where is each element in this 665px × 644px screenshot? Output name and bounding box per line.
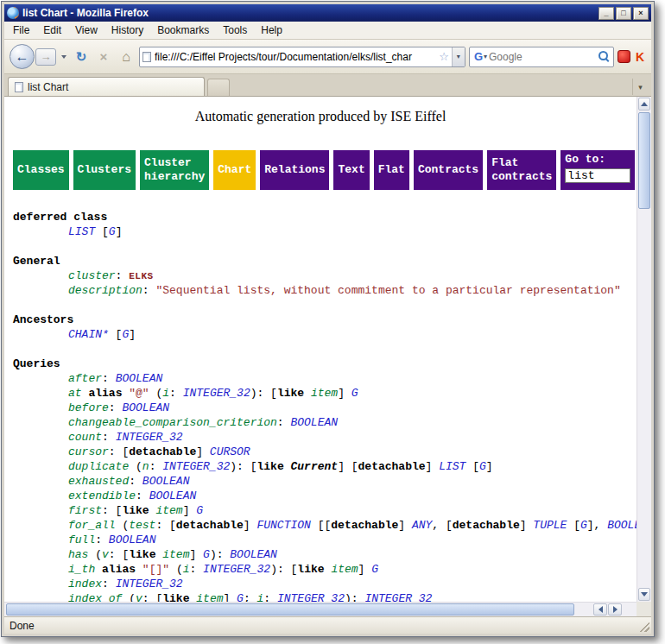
eiffel-nav-button[interactable]: Relations (260, 150, 329, 190)
code-line: deferred class (13, 211, 636, 225)
scroll-down-button[interactable] (638, 588, 650, 601)
browser-window: list Chart - Mozilla Firefox _ □ × File … (1, 1, 655, 637)
eiffel-nav-button[interactable]: Flat contracts (487, 150, 556, 190)
eiffel-nav-row: ClassesClustersCluster hierarchyChartRel… (13, 150, 633, 190)
eiffel-nav-button[interactable]: Clusters (73, 150, 136, 190)
eiffel-nav-button-label: Text (338, 163, 364, 177)
kaspersky-icon[interactable]: K (634, 50, 646, 64)
triangle-right-icon (613, 606, 618, 613)
code-line: index_of (v: [like item] G; i: INTEGER_3… (13, 592, 636, 602)
code-line: LIST [G] (13, 225, 636, 240)
code-line: index: INTEGER_32 (13, 578, 636, 592)
code-line: extendible: BOOLEAN (13, 489, 636, 504)
search-input[interactable] (489, 51, 598, 63)
menu-tools[interactable]: Tools (216, 22, 254, 39)
back-button[interactable]: ← (10, 44, 35, 69)
code-line (13, 240, 636, 255)
eiffel-nav-button[interactable]: Flat (374, 150, 409, 190)
menu-history[interactable]: History (104, 22, 150, 39)
page-viewport: Automatic generation produced by ISE Eif… (4, 97, 636, 602)
eiffel-nav-button-label: Contracts (418, 163, 478, 177)
menu-edit[interactable]: Edit (36, 22, 68, 39)
horizontal-scrollbar[interactable] (4, 602, 636, 616)
menu-help[interactable]: Help (254, 22, 289, 39)
tab-list-chart[interactable]: list Chart (8, 77, 205, 96)
scroll-right-button[interactable] (608, 603, 622, 616)
code-line: exhausted: BOOLEAN (13, 475, 636, 489)
horizontal-scroll-thumb[interactable] (6, 603, 574, 616)
eiffel-nav-button-label: Cluster hierarchy (144, 156, 205, 183)
code-line: first: [like item] G (13, 504, 636, 519)
menu-bar: File Edit View History Bookmarks Tools H… (4, 22, 651, 40)
code-line: General (13, 255, 636, 269)
status-bar: Done (4, 616, 651, 634)
tab-label: list Chart (28, 81, 68, 93)
list-all-tabs-button[interactable]: ▾ (632, 79, 648, 95)
code-area: deferred classLIST [G] Generalcluster: E… (4, 190, 636, 602)
code-line: CHAIN* [G] (13, 328, 636, 343)
refresh-icon: ↻ (76, 49, 87, 65)
close-button[interactable]: × (633, 7, 649, 20)
code-line: after: BOOLEAN (13, 372, 636, 387)
url-dropdown-button[interactable]: ▾ (452, 47, 465, 66)
vertical-scrollbar[interactable] (636, 97, 651, 602)
home-button[interactable]: ⌂ (117, 47, 136, 66)
window-title: list Chart - Mozilla Firefox (22, 7, 595, 19)
stop-button[interactable]: × (94, 47, 113, 66)
code-line: Ancestors (13, 313, 636, 328)
chevron-down-icon: ▾ (638, 83, 643, 92)
addon-icon-red[interactable] (618, 50, 630, 63)
scroll-up-button[interactable] (638, 98, 650, 110)
vertical-scroll-thumb[interactable] (638, 112, 650, 209)
forward-button[interactable]: → (35, 48, 56, 66)
eiffel-nav-button-label: Flat (378, 163, 405, 177)
eiffel-nav-button[interactable]: Classes (13, 150, 69, 190)
code-line: for_all (test: [detachable] FUNCTION [[d… (13, 519, 636, 534)
scroll-left-button[interactable] (593, 603, 607, 616)
code-line (13, 299, 636, 313)
eiffel-nav-button[interactable]: Text (333, 150, 369, 190)
menu-file[interactable]: File (6, 22, 36, 39)
page-title: Automatic generation produced by ISE Eif… (4, 97, 636, 124)
minimize-button[interactable]: _ (598, 7, 614, 20)
tab-strip: list Chart ▾ (4, 74, 651, 97)
eiffel-nav-button-label: Go to: (565, 153, 605, 167)
refresh-button[interactable]: ↻ (72, 47, 91, 66)
search-bar[interactable]: G ▾ (469, 47, 614, 67)
code-line: before: BOOLEAN (13, 401, 636, 416)
eiffel-nav-button-label: Clusters (78, 163, 131, 177)
home-icon: ⌂ (122, 49, 130, 65)
eiffel-nav-button[interactable]: Cluster hierarchy (140, 150, 209, 190)
eiffel-nav-button[interactable]: Chart (213, 150, 256, 190)
code-line: duplicate (n: INTEGER_32): [like Current… (13, 460, 636, 475)
history-dropdown-icon[interactable] (61, 55, 66, 59)
firefox-icon (7, 7, 19, 19)
goto-input[interactable] (565, 168, 630, 183)
back-icon: ← (16, 49, 29, 65)
code-line: full: BOOLEAN (13, 534, 636, 548)
menu-view[interactable]: View (68, 22, 104, 39)
title-bar[interactable]: list Chart - Mozilla Firefox _ □ × (4, 4, 651, 22)
eiffel-nav-button-label: Chart (218, 163, 251, 177)
tab-favicon (15, 82, 23, 92)
maximize-button[interactable]: □ (616, 7, 631, 20)
url-input[interactable] (151, 51, 436, 63)
goto-block: Go to: (560, 150, 635, 190)
scrollbar-corner (636, 602, 651, 616)
tab-strip-button[interactable] (207, 79, 230, 96)
resize-grip[interactable] (638, 621, 649, 632)
eiffel-nav-button[interactable]: Contracts (414, 150, 483, 190)
code-line: Queries (13, 357, 636, 372)
menu-bookmarks[interactable]: Bookmarks (150, 22, 216, 39)
bookmark-star-icon[interactable]: ☆ (436, 50, 452, 63)
google-logo-icon[interactable]: G (472, 50, 484, 63)
url-bar[interactable]: ☆ ▾ (139, 47, 466, 67)
search-icon[interactable] (598, 50, 611, 63)
chevron-down-icon: ▾ (457, 53, 460, 60)
triangle-down-icon (641, 592, 648, 597)
code-line: i_th alias "[]" (i: INTEGER_32): [like i… (13, 563, 636, 578)
eiffel-nav-button-label: Flat contracts (491, 156, 552, 183)
code-line: description: "Sequential lists, without … (13, 284, 636, 299)
eiffel-nav-button-label: Relations (264, 163, 325, 177)
code-line (13, 343, 636, 357)
